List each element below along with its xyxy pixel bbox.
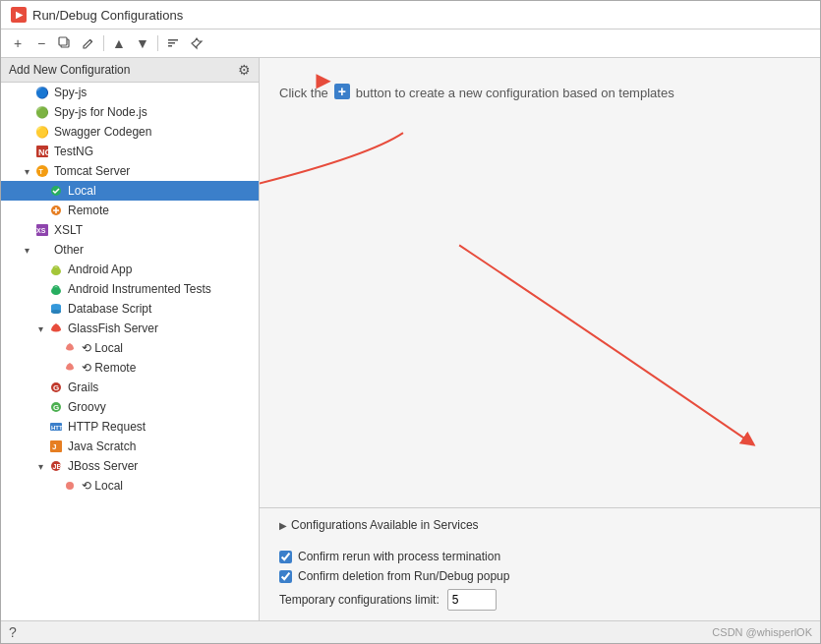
run-debug-configurations-window: ▶ Run/Debug Configurations + − ▲ ▼ (0, 0, 821, 644)
tree-item-xslt[interactable]: XS XSLT (1, 220, 259, 240)
database-script-label: Database Script (68, 302, 151, 316)
glassfish-local-icon (62, 340, 78, 356)
svg-text:G: G (53, 403, 59, 412)
confirm-deletion-label: Confirm deletion from Run/Debug popup (298, 569, 509, 583)
testng-icon: NG (34, 144, 50, 159)
java-scratch-icon: J (48, 439, 64, 454)
tree-item-groovy[interactable]: G Groovy (1, 397, 259, 417)
watermark: CSDN @whisperlOK (712, 626, 812, 638)
tomcat-label: Tomcat Server (54, 164, 130, 178)
other-icon (34, 242, 50, 258)
confirm-deletion-checkbox[interactable] (279, 570, 292, 583)
glassfish-icon (48, 321, 64, 336)
tree-toggle-local (34, 185, 46, 197)
title-bar: ▶ Run/Debug Configurations (1, 1, 820, 29)
tree-toggle-jboss-local (48, 480, 60, 492)
services-section-header[interactable]: ▶ Configurations Available in Services (279, 518, 800, 532)
tree-item-other[interactable]: ▾ Other (1, 240, 259, 260)
tree-toggle-spy-js-node (21, 106, 32, 118)
glassfish-remote-icon (62, 360, 78, 376)
move-down-button[interactable]: ▼ (132, 32, 153, 54)
tree-item-glassfish[interactable]: ▾ GlassFish Server (1, 319, 259, 338)
tree-toggle-other: ▾ (21, 244, 32, 256)
confirm-rerun-checkbox[interactable] (279, 551, 292, 563)
hint-text-suffix: button to create a new configuration bas… (356, 86, 674, 100)
tree-item-tomcat-server[interactable]: ▾ T Tomcat Server (1, 161, 259, 181)
toolbar-separator2 (157, 35, 158, 51)
right-top: Click the + button to create a new confi… (260, 58, 820, 507)
tree-item-spy-js[interactable]: 🔵 Spy-js (1, 83, 259, 102)
svg-point-21 (51, 310, 61, 314)
tree-item-testng[interactable]: NG TestNG (1, 142, 259, 161)
confirm-rerun-row: Confirm rerun with process termination (279, 550, 800, 563)
tree-item-android-inst[interactable]: Android Instrumented Tests (1, 279, 259, 299)
remote-label: Remote (68, 204, 109, 217)
grails-icon: G (48, 380, 64, 395)
local-icon (48, 183, 64, 199)
move-up-button[interactable]: ▲ (108, 32, 130, 54)
svg-text:JB: JB (53, 463, 62, 470)
tree-toggle-database-script (34, 303, 46, 315)
services-section-label: Configurations Available in Services (291, 518, 479, 532)
jboss-icon: JB (48, 458, 64, 474)
panel-gear-icon[interactable]: ⚙ (238, 62, 251, 78)
database-icon (48, 301, 64, 317)
tree-item-android-app[interactable]: Android App (1, 260, 259, 279)
hint-container: Click the + button to create a new confi… (279, 82, 800, 100)
svg-text:J: J (52, 442, 56, 451)
android-inst-icon (48, 281, 64, 297)
groovy-icon: G (48, 399, 64, 415)
tree-toggle-glassfish-local (48, 342, 60, 354)
xslt-label: XSLT (54, 223, 83, 237)
tree-item-java-scratch[interactable]: J Java Scratch (1, 437, 259, 456)
arrows-overlay (260, 58, 820, 507)
spy-js-node-icon: 🟢 (34, 104, 50, 120)
http-request-label: HTTP Request (68, 420, 146, 434)
tree-toggle-java-scratch (34, 440, 46, 452)
remote-icon (48, 203, 64, 218)
tree-item-jboss-local[interactable]: ⟲ Local (1, 476, 259, 496)
help-icon[interactable]: ? (9, 624, 17, 640)
svg-text:G: G (53, 383, 59, 392)
edit-config-button[interactable] (78, 32, 99, 54)
temp-config-input[interactable] (447, 589, 497, 611)
pin-button[interactable] (186, 32, 207, 54)
tree-item-jboss[interactable]: ▾ JB JBoss Server (1, 456, 259, 476)
svg-text:XS: XS (36, 227, 46, 234)
android-app-label: Android App (68, 263, 132, 276)
tree-item-database-script[interactable]: Database Script (1, 299, 259, 319)
local-label: Local (68, 184, 96, 198)
svg-rect-2 (168, 39, 178, 41)
tree-item-glassfish-remote[interactable]: ⟲ Remote (1, 358, 259, 378)
tree-item-spy-js-node[interactable]: 🟢 Spy-js for Node.js (1, 102, 259, 122)
android-inst-label: Android Instrumented Tests (68, 282, 211, 296)
tree-item-grails[interactable]: G Grails (1, 378, 259, 397)
jboss-local-label: ⟲ Local (82, 479, 123, 493)
tree-toggle-grails (34, 381, 46, 393)
tree-toggle-glassfish-remote (48, 362, 60, 374)
toolbar: + − ▲ ▼ (1, 29, 820, 58)
tree-item-glassfish-local[interactable]: ⟲ Local (1, 338, 259, 358)
tree-area[interactable]: 🔵 Spy-js 🟢 Spy-js for Node.js 🟡 Swagger … (1, 83, 259, 620)
tree-item-http-request[interactable]: HTTP HTTP Request (1, 417, 259, 437)
svg-text:NG: NG (38, 147, 49, 157)
java-scratch-label: Java Scratch (68, 439, 136, 453)
svg-rect-1 (59, 37, 67, 45)
tree-item-remote[interactable]: Remote (1, 201, 259, 220)
add-config-button[interactable]: + (7, 32, 29, 54)
svg-text:T: T (39, 168, 44, 175)
xslt-icon: XS (34, 222, 50, 238)
tree-toggle-remote (34, 205, 46, 216)
tree-item-swagger[interactable]: 🟡 Swagger Codegen (1, 122, 259, 142)
tree-toggle-glassfish: ▾ (34, 322, 46, 334)
tree-toggle-spy-js (21, 87, 32, 98)
tree-toggle-jboss: ▾ (34, 460, 46, 472)
remove-config-button[interactable]: − (30, 32, 52, 54)
tree-item-local[interactable]: Local (1, 181, 259, 201)
other-label: Other (54, 243, 84, 257)
sort-button[interactable] (162, 32, 184, 54)
confirm-rerun-label: Confirm rerun with process termination (298, 550, 500, 563)
svg-point-16 (51, 287, 61, 295)
copy-config-button[interactable] (54, 32, 76, 54)
temp-config-label: Temporary configurations limit: (279, 593, 440, 607)
